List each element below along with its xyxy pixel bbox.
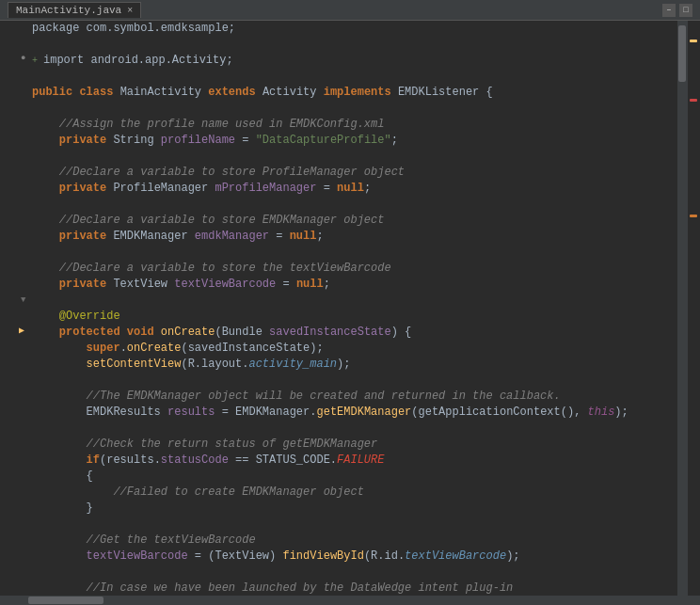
gutter-line [19, 581, 23, 596]
code-token [32, 213, 59, 229]
code-token: protected [59, 325, 127, 341]
code-token: } [32, 501, 93, 517]
gutter-line [19, 278, 23, 293]
code-token: MainActivity [120, 85, 209, 101]
code-line: private String profileName = "DataCaptur… [32, 133, 677, 149]
code-line: if(results.statusCode == STATUS_CODE.FAI… [32, 453, 677, 469]
code-token: textViewBarcode [87, 549, 188, 565]
code-token: statusCode [161, 453, 229, 469]
code-line: //Failed to create EMDKManager object [32, 485, 677, 501]
right-markers-panel [687, 21, 700, 596]
gutter-line [19, 384, 23, 399]
gutter-line [19, 535, 23, 550]
code-token [32, 309, 59, 325]
code-token: //Get the textViewBarcode [87, 533, 256, 549]
code-token: if [87, 453, 100, 469]
code-token: textViewBarcode [174, 277, 276, 293]
code-token: = [235, 133, 256, 149]
code-line: setContentView(R.layout.activity_main); [32, 357, 677, 373]
gutter-line [19, 142, 23, 157]
code-token: Bundle [222, 325, 269, 341]
code-token: void [127, 325, 161, 341]
gutter-line [19, 263, 23, 278]
title-bar: MainActivity.java × – □ [0, 0, 700, 21]
code-token: ; [391, 133, 398, 149]
code-token: and [364, 389, 385, 405]
gutter-line [19, 505, 23, 520]
code-token [32, 165, 59, 181]
code-token: savedInstanceState [269, 325, 391, 341]
right-marker [690, 40, 697, 42]
code-token: returned in the callback. [384, 389, 560, 405]
gutter-line [19, 202, 23, 217]
code-line: EMDKResults results = EMDKManager.getEMD… [32, 405, 677, 421]
code-token: public [32, 85, 79, 101]
code-token [32, 549, 87, 565]
code-token: "DataCaptureProfile" [256, 133, 391, 149]
gutter-line [19, 187, 23, 202]
code-token: package com.symbol.emdksample; [32, 21, 235, 37]
code-token [32, 277, 59, 293]
gutter-line: ● [19, 51, 23, 66]
code-line: super.onCreate(savedInstanceState); [32, 341, 677, 357]
gutter-line [19, 127, 23, 142]
gutter-line [19, 429, 23, 444]
code-line: //The EMDKManager object will be created… [32, 389, 677, 405]
tab-close-icon[interactable]: × [127, 6, 133, 16]
code-token [32, 405, 87, 421]
code-token [32, 581, 87, 596]
code-token: ) { [391, 325, 412, 341]
scrollbar-thumb-h[interactable] [28, 597, 103, 604]
code-token [32, 453, 87, 469]
code-line [32, 37, 677, 53]
code-line [32, 149, 677, 165]
gutter-line: ▶ [19, 324, 23, 339]
code-line: //Declare a variable to store the textVi… [32, 261, 677, 277]
code-token: ); [337, 357, 350, 373]
code-token: //Assign the profile name used in EMDKCo… [59, 117, 385, 133]
code-token: //In case we have been launched by the D… [87, 581, 514, 596]
code-token: //Check the return status of getEMDKMana… [87, 437, 378, 453]
code-token: ( [215, 325, 221, 341]
code-line [32, 517, 677, 533]
code-token: = (TextView) [188, 549, 283, 565]
collapse-icon[interactable]: ▼ [21, 293, 25, 309]
code-token: + [32, 53, 43, 69]
code-line: //Assign the profile name used in EMDKCo… [32, 117, 677, 133]
window-controls: – □ [662, 4, 692, 17]
code-token: Activity [262, 85, 324, 101]
code-token: String [113, 133, 160, 149]
code-line: //Declare a variable to store EMDKManage… [32, 213, 677, 229]
scrollbar-thumb-v[interactable] [678, 25, 686, 82]
code-token: private [59, 277, 114, 293]
minimize-button[interactable]: – [662, 4, 676, 17]
code-line: protected void onCreate(Bundle savedInst… [32, 325, 677, 341]
horizontal-scrollbar[interactable] [0, 596, 700, 605]
code-token: activity_main [248, 357, 337, 373]
code-token: = [276, 277, 296, 293]
code-line [32, 69, 677, 85]
code-line [32, 101, 677, 117]
gutter-line [19, 339, 23, 354]
code-token: class [79, 85, 119, 101]
code-token [32, 485, 113, 501]
code-area[interactable]: package com.symbol.emdksample;+ import a… [26, 21, 677, 596]
gutter-line [19, 474, 23, 489]
gutter-line [19, 36, 23, 51]
code-token: ; [364, 181, 371, 197]
code-token: (R.layout. [181, 357, 248, 373]
gutter-line [19, 111, 23, 126]
code-token: = [316, 181, 337, 197]
code-line: //Get the textViewBarcode [32, 533, 677, 549]
maximize-button[interactable]: □ [679, 4, 692, 17]
code-token [32, 325, 59, 341]
code-token [32, 389, 87, 405]
line-gutter: ●▼▶ [0, 21, 26, 596]
code-token: (getApplicationContext(), [411, 405, 587, 421]
code-token: TextView [113, 277, 174, 293]
editor-tab[interactable]: MainActivity.java × [8, 2, 141, 18]
gutter-line [19, 232, 23, 247]
code-line: public class MainActivity extends Activi… [32, 85, 677, 101]
gutter-line [19, 66, 23, 81]
vertical-scrollbar[interactable] [677, 21, 687, 596]
